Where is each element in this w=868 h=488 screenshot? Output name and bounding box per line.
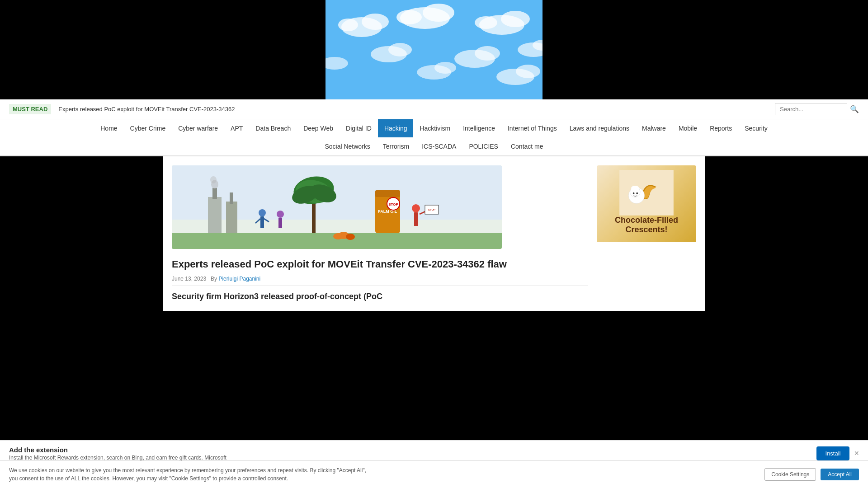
must-read-label: MUST READ — [9, 104, 51, 114]
nav-item-policies[interactable]: POLICIES — [462, 137, 505, 155]
nav-item-terrorism[interactable]: Terrorism — [377, 137, 415, 155]
site-logo-banner — [326, 0, 542, 99]
svg-point-39 — [259, 209, 266, 216]
nav-item-deep-web[interactable]: Deep Web — [297, 119, 340, 137]
svg-rect-40 — [260, 216, 264, 228]
svg-point-53 — [333, 233, 343, 239]
article-date: June 13, 2023 — [172, 276, 206, 282]
nav-item-mobile[interactable]: Mobile — [672, 119, 703, 137]
svg-point-6 — [396, 10, 422, 24]
svg-rect-44 — [278, 218, 282, 228]
nav-item-laws-regulations[interactable]: Laws and regulations — [563, 119, 636, 137]
svg-rect-58 — [632, 186, 637, 188]
svg-rect-28 — [230, 192, 233, 204]
svg-point-59 — [633, 192, 635, 194]
ad-title: Chocolate-Filled Crescents! — [601, 216, 692, 235]
hero-scene-svg: PALM OIL STOP STOP — [172, 165, 502, 249]
svg-point-43 — [277, 211, 284, 218]
svg-point-3 — [338, 19, 358, 31]
nav-row-2: Social NetworksTerrorismICS-SCADAPOLICIE… — [0, 137, 868, 155]
banner-svg — [326, 0, 542, 99]
search-input[interactable] — [775, 103, 847, 115]
article-section: PALM OIL STOP STOP — [172, 165, 588, 302]
nav-item-apt[interactable]: APT — [224, 119, 249, 137]
svg-rect-46 — [414, 212, 418, 226]
svg-rect-27 — [226, 202, 237, 233]
nav-item-contact[interactable]: Contact me — [505, 137, 550, 155]
search-area: 🔍 — [775, 103, 859, 115]
article-body-subtitle: Security firm Horizon3 released proof-of… — [172, 291, 588, 302]
nav-item-social-networks[interactable]: Social Networks — [318, 137, 376, 155]
must-read-bar: MUST READ Experts released PoC exploit f… — [0, 99, 868, 119]
ad-box: Chocolate-Filled Crescents! — [597, 165, 696, 242]
main-nav: HomeCyber CrimeCyber warfareAPTData Brea… — [0, 119, 868, 156]
sidebar: Chocolate-Filled Crescents! — [597, 165, 696, 302]
content-wrapper: PALM OIL STOP STOP — [163, 156, 705, 311]
nav-item-hacking[interactable]: Hacking — [378, 119, 414, 137]
svg-point-20 — [516, 65, 540, 78]
svg-point-26 — [210, 176, 217, 183]
svg-point-2 — [362, 14, 389, 30]
svg-text:STOP: STOP — [428, 208, 435, 211]
svg-rect-24 — [212, 188, 217, 199]
svg-point-8 — [501, 11, 530, 27]
nav-item-hacktivism[interactable]: Hacktivism — [413, 119, 457, 137]
svg-point-18 — [434, 62, 456, 74]
svg-point-52 — [346, 234, 355, 240]
nav-item-data-breach[interactable]: Data Breach — [249, 119, 297, 137]
svg-point-45 — [412, 204, 420, 212]
search-button[interactable]: 🔍 — [850, 105, 859, 113]
svg-point-60 — [636, 192, 638, 194]
nav-item-security[interactable]: Security — [738, 119, 774, 137]
nav-item-cyber-crime[interactable]: Cyber Crime — [124, 119, 172, 137]
svg-rect-35 — [375, 190, 400, 197]
must-read-headline: Experts released PoC exploit for MOVEit … — [58, 106, 768, 113]
nav-row-1: HomeCyber CrimeCyber warfareAPTData Brea… — [0, 119, 868, 137]
nav-item-reports[interactable]: Reports — [703, 119, 738, 137]
top-banner — [0, 0, 868, 99]
svg-point-5 — [423, 4, 454, 22]
svg-point-11 — [388, 43, 412, 56]
nav-item-cyber-warfare[interactable]: Cyber warfare — [172, 119, 224, 137]
article-title: Experts released PoC exploit for MOVEit … — [172, 258, 588, 271]
article-meta: June 13, 2023 By Pierluigi Paganini — [172, 276, 588, 286]
svg-point-9 — [475, 16, 497, 29]
svg-text:STOP: STOP — [388, 202, 398, 206]
article-author-link[interactable]: Pierluigi Paganini — [218, 276, 260, 282]
ad-image — [604, 170, 689, 216]
nav-item-intelligence[interactable]: Intelligence — [457, 119, 501, 137]
svg-point-13 — [475, 46, 500, 61]
svg-rect-23 — [208, 197, 222, 233]
nav-item-home[interactable]: Home — [94, 119, 123, 137]
nav-item-digital-id[interactable]: Digital ID — [340, 119, 378, 137]
nav-item-internet-of-things[interactable]: Internet of Things — [501, 119, 563, 137]
nav-item-malware[interactable]: Malware — [636, 119, 672, 137]
nav-item-ics-scada[interactable]: ICS-SCADA — [415, 137, 462, 155]
article-hero-image: PALM OIL STOP STOP — [172, 165, 502, 249]
article-author-prefix: By — [211, 276, 217, 282]
